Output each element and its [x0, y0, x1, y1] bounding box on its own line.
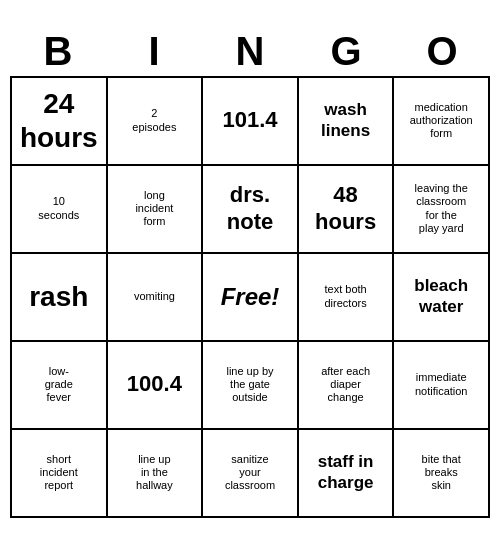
bingo-cell: 100.4: [108, 342, 204, 430]
bingo-cell: 24 hours: [12, 78, 108, 166]
cell-content: low- grade fever: [45, 365, 73, 405]
bingo-cell: line up in the hallway: [108, 430, 204, 518]
bingo-grid: 24 hours2 episodes101.4wash linensmedica…: [10, 76, 490, 518]
bingo-cell: vomiting: [108, 254, 204, 342]
header-letter: N: [202, 27, 298, 76]
bingo-cell: bite that breaks skin: [394, 430, 490, 518]
bingo-cell: after each diaper change: [299, 342, 395, 430]
bingo-cell: 48 hours: [299, 166, 395, 254]
bingo-cell: line up by the gate outside: [203, 342, 299, 430]
header-letter: I: [106, 27, 202, 76]
cell-content: line up in the hallway: [136, 453, 173, 493]
cell-content: bite that breaks skin: [422, 453, 461, 493]
cell-content: line up by the gate outside: [226, 365, 273, 405]
bingo-cell: short incident report: [12, 430, 108, 518]
bingo-cell: rash: [12, 254, 108, 342]
cell-content: 48 hours: [315, 182, 376, 235]
cell-content: 101.4: [222, 107, 277, 133]
bingo-cell: text both directors: [299, 254, 395, 342]
cell-content: 100.4: [127, 371, 182, 397]
cell-content: staff in charge: [318, 452, 374, 493]
bingo-cell: long incident form: [108, 166, 204, 254]
bingo-card: BINGO 24 hours2 episodes101.4wash linens…: [5, 22, 495, 523]
cell-content: wash linens: [321, 100, 370, 141]
cell-content: medication authorization form: [410, 101, 473, 141]
cell-content: leaving the classroom for the play yard: [415, 182, 468, 235]
cell-content: short incident report: [40, 453, 78, 493]
cell-content: rash: [29, 280, 88, 314]
cell-content: text both directors: [324, 283, 366, 309]
cell-content: after each diaper change: [321, 365, 370, 405]
cell-content: long incident form: [135, 189, 173, 229]
header-letter: G: [298, 27, 394, 76]
bingo-cell: medication authorization form: [394, 78, 490, 166]
header-letter: O: [394, 27, 490, 76]
bingo-cell: immediate notification: [394, 342, 490, 430]
bingo-cell: 10 seconds: [12, 166, 108, 254]
bingo-cell: sanitize your classroom: [203, 430, 299, 518]
cell-content: bleach water: [414, 276, 468, 317]
bingo-cell: wash linens: [299, 78, 395, 166]
cell-content: 10 seconds: [38, 195, 79, 221]
bingo-cell: bleach water: [394, 254, 490, 342]
bingo-cell: 2 episodes: [108, 78, 204, 166]
bingo-header: BINGO: [10, 27, 490, 76]
bingo-cell: drs. note: [203, 166, 299, 254]
bingo-cell: staff in charge: [299, 430, 395, 518]
cell-content: 2 episodes: [132, 107, 176, 133]
cell-content: drs. note: [227, 182, 273, 235]
cell-content: vomiting: [134, 290, 175, 303]
bingo-cell: low- grade fever: [12, 342, 108, 430]
bingo-cell: Free!: [203, 254, 299, 342]
cell-content: immediate notification: [415, 371, 468, 397]
header-letter: B: [10, 27, 106, 76]
bingo-cell: leaving the classroom for the play yard: [394, 166, 490, 254]
cell-content: Free!: [221, 283, 280, 311]
cell-content: sanitize your classroom: [225, 453, 275, 493]
bingo-cell: 101.4: [203, 78, 299, 166]
cell-content: 24 hours: [20, 87, 98, 154]
